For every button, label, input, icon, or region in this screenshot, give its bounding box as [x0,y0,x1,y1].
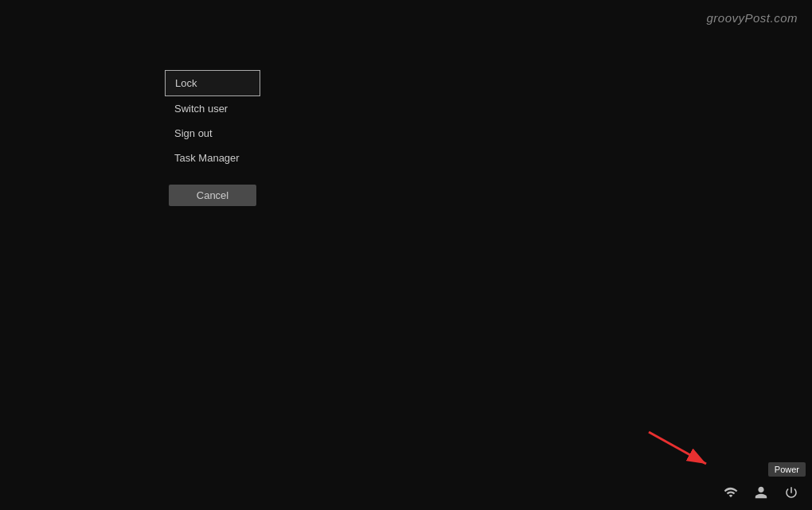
taskbar-icons [720,481,802,504]
watermark: groovyPost.com [706,11,798,25]
context-menu: Lock Switch user Sign out Task Manager C… [165,70,260,206]
cancel-button[interactable]: Cancel [169,185,256,206]
power-icon[interactable] [780,481,802,504]
menu-item-lock[interactable]: Lock [165,70,260,96]
menu-item-sign-out[interactable]: Sign out [165,121,260,146]
menu-item-task-manager[interactable]: Task Manager [165,146,260,170]
wifi-icon[interactable] [720,481,742,504]
svg-line-1 [649,432,706,464]
power-tooltip: Power [768,462,806,477]
person-icon[interactable] [750,481,772,504]
arrow-annotation [641,424,720,472]
menu-item-switch-user[interactable]: Switch user [165,96,260,121]
